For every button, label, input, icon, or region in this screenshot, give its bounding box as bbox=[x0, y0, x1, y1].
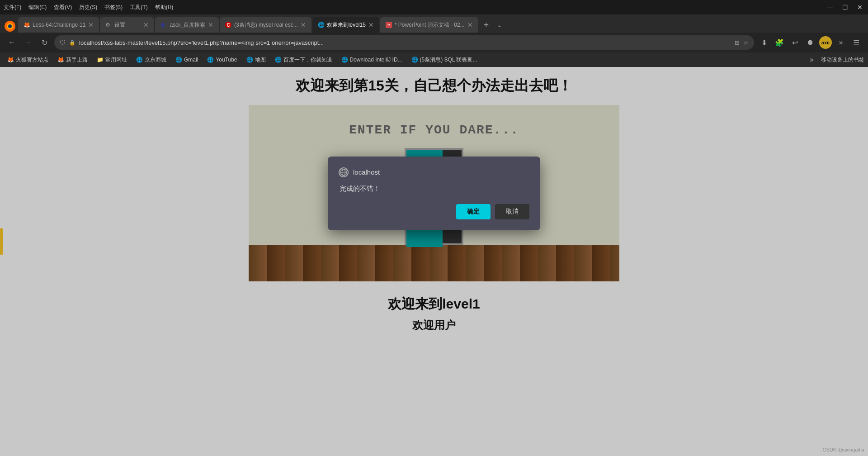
shield-icon: 🛡 bbox=[60, 39, 66, 46]
menu-help[interactable]: 帮助(H) bbox=[155, 4, 174, 11]
alert-dialog: localhost 完成的不错！ 确定 取消 bbox=[328, 157, 540, 230]
bottom-content: 欢迎来到level1 欢迎用户 bbox=[388, 295, 480, 332]
tabbar: 🦊 Less-64:Challenge-11 ✕ ⚙ 设置 ✕ ⊕ ascii_… bbox=[0, 14, 868, 33]
more-tools-button[interactable]: » bbox=[835, 36, 847, 49]
bookmark-icon-jd: 🌐 bbox=[136, 57, 143, 63]
menu-bookmarks[interactable]: 书签(B) bbox=[104, 4, 123, 11]
scrollbar-indicator[interactable] bbox=[0, 228, 3, 255]
back-button[interactable]: ← bbox=[5, 36, 18, 49]
page-content: 欢迎来到第15关，自己想个办法走出去吧！ ENTER IF YOU DARE..… bbox=[0, 67, 868, 456]
tab-favicon-mysql: C bbox=[225, 22, 231, 28]
bookmark-newbie[interactable]: 🦊 新手上路 bbox=[54, 55, 91, 65]
tab-ppt[interactable]: P * PowerPoint 演示文稿 - 02... ✕ bbox=[380, 17, 478, 33]
menu-edit[interactable]: 编辑(E) bbox=[28, 4, 47, 11]
nav-actions: ⬇ 🧩 ↩ ⏺ axii » ☰ bbox=[758, 36, 863, 49]
reload-button[interactable]: ↻ bbox=[38, 36, 51, 49]
search-icon: ⊞ bbox=[735, 39, 740, 46]
bookmark-icon-newbie: 🦊 bbox=[57, 57, 64, 63]
bookmarks-bar: 🦊 火狐官方站点 🦊 新手上路 📁 常用网址 🌐 京东商城 🌐 Gmail 🌐 … bbox=[0, 52, 868, 67]
tab-close-level15[interactable]: ✕ bbox=[368, 21, 374, 28]
tab-favicon-ascii: ⊕ bbox=[160, 22, 167, 28]
tab-close-mysql[interactable]: ✕ bbox=[301, 21, 306, 28]
minimize-button[interactable]: — bbox=[827, 4, 833, 11]
titlebar-menu: 文件(F) 编辑(E) 查看(V) 历史(S) 书签(B) 工具(T) 帮助(H… bbox=[4, 4, 173, 11]
tab-list-button[interactable]: ⌄ bbox=[493, 17, 506, 33]
tab-favicon-settings: ⚙ bbox=[105, 22, 112, 28]
bookmark-icon-firefox: 🦊 bbox=[7, 57, 14, 63]
history-back-icon[interactable]: ↩ bbox=[788, 36, 801, 49]
forward-button[interactable]: → bbox=[22, 36, 34, 49]
bookmark-jd[interactable]: 🌐 京东商城 bbox=[132, 55, 170, 65]
extensions-icon[interactable]: 🧩 bbox=[773, 36, 786, 49]
bookmark-label-intellij: Download IntelliJ ID... bbox=[350, 57, 402, 63]
tab-close-ascii[interactable]: ✕ bbox=[208, 21, 213, 28]
cancel-button[interactable]: 取消 bbox=[495, 204, 529, 219]
bookmark-sql[interactable]: 🌐 (5条消息) SQL 联表查... bbox=[408, 55, 481, 65]
watermark: CSDN @axingaiha bbox=[823, 447, 865, 452]
close-button[interactable]: ✕ bbox=[857, 4, 863, 11]
screen-record-icon[interactable]: ⏺ bbox=[804, 36, 816, 49]
mobile-bookmarks-label[interactable]: 移动设备上的书签 bbox=[821, 56, 864, 64]
navbar: ← → ↻ 🛡 🔒 localhost/xss-labs-master/leve… bbox=[0, 33, 868, 52]
firefox-logo bbox=[4, 20, 16, 33]
bookmark-baidu[interactable]: 🌐 百度一下，你就知道 bbox=[271, 55, 336, 65]
bookmark-youtube[interactable]: 🌐 YouTube bbox=[203, 56, 241, 64]
maximize-button[interactable]: ☐ bbox=[842, 4, 848, 11]
tab-favicon-ppt: P bbox=[386, 22, 392, 28]
alert-message: 完成的不错！ bbox=[339, 185, 529, 193]
new-tab-button[interactable]: + bbox=[479, 17, 494, 33]
address-bar[interactable]: 🛡 🔒 localhost/xss-labs-master/level15.ph… bbox=[54, 35, 754, 50]
bookmarks-more-button[interactable]: » bbox=[808, 56, 816, 64]
confirm-button[interactable]: 确定 bbox=[456, 204, 491, 219]
bookmark-label-sql: (5条消息) SQL 联表查... bbox=[420, 56, 477, 64]
tab-label-level15: 欢迎来到level15 bbox=[327, 21, 366, 29]
bookmark-label-common: 常用网址 bbox=[105, 56, 127, 64]
tab-less64[interactable]: 🦊 Less-64:Challenge-11 ✕ bbox=[18, 17, 99, 33]
tab-favicon-less64: 🦊 bbox=[24, 22, 30, 28]
menu-file[interactable]: 文件(F) bbox=[4, 4, 21, 11]
bookmark-common[interactable]: 📁 常用网址 bbox=[93, 55, 131, 65]
bookmark-icon-youtube: 🌐 bbox=[207, 57, 214, 63]
alert-overlay: localhost 完成的不错！ 确定 取消 bbox=[249, 105, 619, 281]
tab-close-settings[interactable]: ✕ bbox=[143, 21, 149, 28]
tab-favicon-level15: 🌐 bbox=[318, 22, 324, 28]
tab-label-ppt: * PowerPoint 演示文稿 - 02... bbox=[395, 21, 465, 29]
bookmark-label-jd: 京东商城 bbox=[145, 56, 166, 64]
challenge-image: ENTER IF YOU DARE... localhost 完成的不错！ bbox=[249, 105, 619, 281]
menu-button[interactable]: ☰ bbox=[850, 36, 863, 49]
bookmark-icon-gmail: 🌐 bbox=[175, 57, 182, 63]
page-title: 欢迎来到第15关，自己想个办法走出去吧！ bbox=[296, 76, 572, 96]
menu-view[interactable]: 查看(V) bbox=[54, 4, 72, 11]
bookmark-label-youtube: YouTube bbox=[216, 57, 237, 63]
tab-mysql[interactable]: C (3条消息) mysql real esc... ✕ bbox=[220, 17, 311, 33]
titlebar: 文件(F) 编辑(E) 查看(V) 历史(S) 书签(B) 工具(T) 帮助(H… bbox=[0, 0, 868, 14]
globe-icon bbox=[339, 167, 349, 177]
address-text[interactable]: localhost/xss-labs-master/level15.php?sr… bbox=[79, 39, 731, 46]
bookmark-icon-map: 🌐 bbox=[246, 57, 253, 63]
bookmark-icon-baidu: 🌐 bbox=[275, 57, 282, 63]
tab-ascii[interactable]: ⊕ ascii_百度搜索 ✕ bbox=[155, 17, 219, 33]
menu-tools[interactable]: 工具(T) bbox=[130, 4, 147, 11]
alert-buttons: 确定 取消 bbox=[339, 204, 529, 219]
tab-level15[interactable]: 🌐 欢迎来到level15 ✕ bbox=[312, 17, 379, 33]
bookmark-label-baidu: 百度一下，你就知道 bbox=[283, 56, 332, 64]
star-icon[interactable]: ☆ bbox=[743, 39, 749, 46]
profile-icon[interactable]: axii bbox=[819, 36, 832, 49]
welcome-user-text: 欢迎用户 bbox=[388, 318, 480, 332]
level-title: 欢迎来到level1 bbox=[388, 295, 480, 314]
bookmark-icon-intellij: 🌐 bbox=[341, 57, 348, 63]
menu-history[interactable]: 历史(S) bbox=[79, 4, 97, 11]
bookmark-label-newbie: 新手上路 bbox=[66, 56, 88, 64]
bookmark-icon-common: 📁 bbox=[97, 57, 104, 63]
tab-close-ppt[interactable]: ✕ bbox=[467, 21, 473, 28]
alert-header: localhost bbox=[339, 167, 529, 177]
tab-settings[interactable]: ⚙ 设置 ✕ bbox=[100, 17, 154, 33]
tab-label-less64: Less-64:Challenge-11 bbox=[33, 22, 85, 28]
bookmark-intellij[interactable]: 🌐 Download IntelliJ ID... bbox=[338, 56, 406, 64]
bookmark-firefox-official[interactable]: 🦊 火狐官方站点 bbox=[4, 55, 52, 65]
titlebar-controls: — ☐ ✕ bbox=[827, 4, 864, 11]
download-icon[interactable]: ⬇ bbox=[758, 36, 770, 49]
bookmark-map[interactable]: 🌐 地图 bbox=[243, 55, 269, 65]
bookmark-gmail[interactable]: 🌐 Gmail bbox=[172, 56, 202, 64]
tab-close-less64[interactable]: ✕ bbox=[88, 21, 94, 28]
